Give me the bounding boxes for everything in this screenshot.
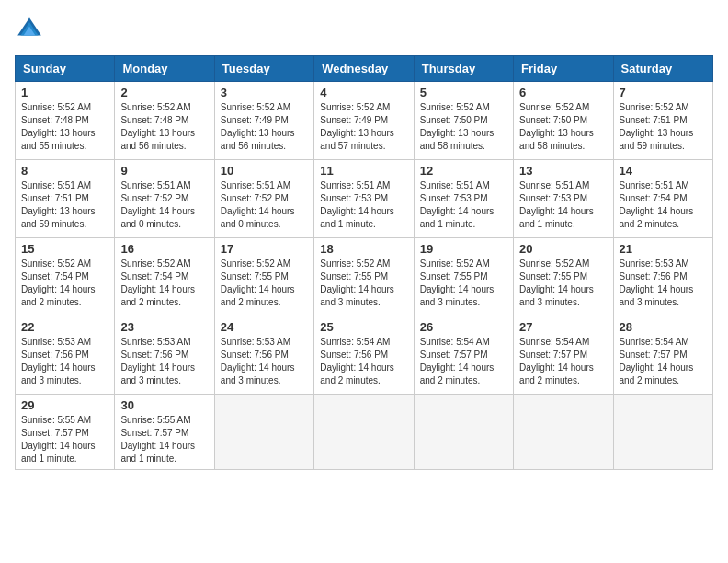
- cell-info: Sunrise: 5:52 AMSunset: 7:55 PMDaylight:…: [221, 259, 295, 307]
- cell-info: Sunrise: 5:51 AMSunset: 7:53 PMDaylight:…: [420, 180, 495, 229]
- day-number: 29: [21, 398, 108, 412]
- calendar-cell: 13Sunrise: 5:51 AMSunset: 7:53 PMDayligh…: [514, 160, 613, 238]
- day-number: 9: [120, 164, 208, 178]
- calendar-cell: 22Sunrise: 5:53 AMSunset: 7:56 PMDayligh…: [16, 316, 115, 395]
- cell-info: Sunrise: 5:51 AMSunset: 7:51 PMDaylight:…: [21, 180, 96, 229]
- calendar-cell: 21Sunrise: 5:53 AMSunset: 7:56 PMDayligh…: [613, 238, 712, 316]
- day-number: 15: [21, 242, 108, 256]
- cell-info: Sunrise: 5:53 AMSunset: 7:56 PMDaylight:…: [120, 337, 195, 385]
- cell-info: Sunrise: 5:52 AMSunset: 7:50 PMDaylight:…: [519, 102, 594, 151]
- cell-info: Sunrise: 5:52 AMSunset: 7:50 PMDaylight:…: [420, 102, 495, 151]
- calendar-cell: 11Sunrise: 5:51 AMSunset: 7:53 PMDayligh…: [314, 160, 414, 238]
- col-saturday: Saturday: [613, 56, 712, 82]
- col-friday: Friday: [514, 56, 613, 82]
- day-number: 27: [519, 320, 607, 334]
- day-number: 14: [620, 164, 707, 178]
- calendar-cell: 20Sunrise: 5:52 AMSunset: 7:55 PMDayligh…: [514, 238, 613, 316]
- calendar-cell: 10Sunrise: 5:51 AMSunset: 7:52 PMDayligh…: [214, 160, 313, 238]
- calendar-cell: 25Sunrise: 5:54 AMSunset: 7:56 PMDayligh…: [314, 316, 414, 395]
- cell-info: Sunrise: 5:52 AMSunset: 7:48 PMDaylight:…: [21, 102, 96, 151]
- col-tuesday: Tuesday: [214, 56, 313, 82]
- cell-info: Sunrise: 5:55 AMSunset: 7:57 PMDaylight:…: [21, 415, 96, 464]
- day-number: 12: [420, 164, 507, 178]
- calendar-cell: [314, 395, 414, 470]
- day-number: 19: [420, 242, 507, 256]
- calendar-cell: 18Sunrise: 5:52 AMSunset: 7:55 PMDayligh…: [314, 238, 414, 316]
- calendar-cell: 1Sunrise: 5:52 AMSunset: 7:48 PMDaylight…: [16, 82, 115, 160]
- calendar-cell: 3Sunrise: 5:52 AMSunset: 7:49 PMDaylight…: [214, 82, 313, 160]
- day-number: 23: [120, 320, 208, 334]
- calendar-cell: 6Sunrise: 5:52 AMSunset: 7:50 PMDaylight…: [514, 82, 613, 160]
- day-number: 1: [21, 86, 108, 99]
- day-number: 5: [420, 86, 507, 99]
- day-number: 17: [221, 242, 308, 256]
- week-row-3: 15Sunrise: 5:52 AMSunset: 7:54 PMDayligh…: [16, 238, 713, 316]
- day-number: 2: [120, 86, 208, 99]
- cell-info: Sunrise: 5:52 AMSunset: 7:54 PMDaylight:…: [21, 259, 96, 307]
- day-number: 10: [221, 164, 308, 178]
- day-number: 20: [519, 242, 607, 256]
- cell-info: Sunrise: 5:51 AMSunset: 7:54 PMDaylight:…: [620, 180, 694, 229]
- day-number: 24: [221, 320, 308, 334]
- calendar-cell: 14Sunrise: 5:51 AMSunset: 7:54 PMDayligh…: [613, 160, 712, 238]
- cell-info: Sunrise: 5:51 AMSunset: 7:52 PMDaylight:…: [221, 180, 295, 229]
- calendar-cell: 8Sunrise: 5:51 AMSunset: 7:51 PMDaylight…: [16, 160, 115, 238]
- week-row-1: 1Sunrise: 5:52 AMSunset: 7:48 PMDaylight…: [16, 82, 713, 160]
- day-number: 6: [519, 86, 607, 99]
- week-row-2: 8Sunrise: 5:51 AMSunset: 7:51 PMDaylight…: [16, 160, 713, 238]
- day-number: 11: [320, 164, 407, 178]
- header-row: Sunday Monday Tuesday Wednesday Thursday…: [16, 56, 713, 82]
- calendar-cell: 4Sunrise: 5:52 AMSunset: 7:49 PMDaylight…: [314, 82, 414, 160]
- cell-info: Sunrise: 5:52 AMSunset: 7:55 PMDaylight:…: [320, 259, 394, 307]
- cell-info: Sunrise: 5:54 AMSunset: 7:57 PMDaylight:…: [620, 337, 694, 385]
- day-number: 16: [120, 242, 208, 256]
- day-number: 8: [21, 164, 108, 178]
- calendar-cell: 15Sunrise: 5:52 AMSunset: 7:54 PMDayligh…: [16, 238, 115, 316]
- calendar-cell: [214, 395, 313, 470]
- calendar-cell: 24Sunrise: 5:53 AMSunset: 7:56 PMDayligh…: [214, 316, 313, 395]
- day-number: 7: [620, 86, 707, 99]
- cell-info: Sunrise: 5:53 AMSunset: 7:56 PMDaylight:…: [21, 337, 96, 385]
- cell-info: Sunrise: 5:52 AMSunset: 7:49 PMDaylight:…: [221, 102, 295, 151]
- week-row-4: 22Sunrise: 5:53 AMSunset: 7:56 PMDayligh…: [16, 316, 713, 395]
- cell-info: Sunrise: 5:51 AMSunset: 7:53 PMDaylight:…: [320, 180, 394, 229]
- cell-info: Sunrise: 5:53 AMSunset: 7:56 PMDaylight:…: [221, 337, 295, 385]
- day-number: 25: [320, 320, 407, 334]
- logo-icon: [15, 15, 44, 44]
- cell-info: Sunrise: 5:51 AMSunset: 7:53 PMDaylight:…: [519, 180, 594, 229]
- cell-info: Sunrise: 5:51 AMSunset: 7:52 PMDaylight:…: [120, 180, 195, 229]
- col-wednesday: Wednesday: [314, 56, 414, 82]
- cell-info: Sunrise: 5:52 AMSunset: 7:55 PMDaylight:…: [519, 259, 594, 307]
- calendar-cell: 17Sunrise: 5:52 AMSunset: 7:55 PMDayligh…: [214, 238, 313, 316]
- col-monday: Monday: [115, 56, 214, 82]
- day-number: 13: [519, 164, 607, 178]
- calendar-cell: 12Sunrise: 5:51 AMSunset: 7:53 PMDayligh…: [414, 160, 513, 238]
- col-sunday: Sunday: [16, 56, 115, 82]
- calendar-cell: 19Sunrise: 5:52 AMSunset: 7:55 PMDayligh…: [414, 238, 513, 316]
- page-header: [15, 15, 713, 44]
- cell-info: Sunrise: 5:55 AMSunset: 7:57 PMDaylight:…: [120, 415, 195, 464]
- calendar-cell: 5Sunrise: 5:52 AMSunset: 7:50 PMDaylight…: [414, 82, 513, 160]
- cell-info: Sunrise: 5:53 AMSunset: 7:56 PMDaylight:…: [620, 259, 694, 307]
- calendar-cell: [613, 395, 712, 470]
- calendar-cell: 2Sunrise: 5:52 AMSunset: 7:48 PMDaylight…: [115, 82, 214, 160]
- calendar-cell: 23Sunrise: 5:53 AMSunset: 7:56 PMDayligh…: [115, 316, 214, 395]
- calendar-cell: [414, 395, 513, 470]
- cell-info: Sunrise: 5:52 AMSunset: 7:55 PMDaylight:…: [420, 259, 495, 307]
- calendar-cell: 28Sunrise: 5:54 AMSunset: 7:57 PMDayligh…: [613, 316, 712, 395]
- logo: [15, 15, 48, 44]
- calendar-cell: 16Sunrise: 5:52 AMSunset: 7:54 PMDayligh…: [115, 238, 214, 316]
- calendar-cell: 27Sunrise: 5:54 AMSunset: 7:57 PMDayligh…: [514, 316, 613, 395]
- cell-info: Sunrise: 5:54 AMSunset: 7:57 PMDaylight:…: [420, 337, 495, 385]
- cell-info: Sunrise: 5:54 AMSunset: 7:56 PMDaylight:…: [320, 337, 394, 385]
- day-number: 28: [620, 320, 707, 334]
- day-number: 30: [120, 398, 208, 412]
- calendar-cell: [514, 395, 613, 470]
- day-number: 3: [221, 86, 308, 99]
- cell-info: Sunrise: 5:52 AMSunset: 7:49 PMDaylight:…: [320, 102, 394, 151]
- calendar-cell: 29Sunrise: 5:55 AMSunset: 7:57 PMDayligh…: [16, 395, 115, 470]
- calendar-cell: 7Sunrise: 5:52 AMSunset: 7:51 PMDaylight…: [613, 82, 712, 160]
- day-number: 21: [620, 242, 707, 256]
- cell-info: Sunrise: 5:54 AMSunset: 7:57 PMDaylight:…: [519, 337, 594, 385]
- day-number: 22: [21, 320, 108, 334]
